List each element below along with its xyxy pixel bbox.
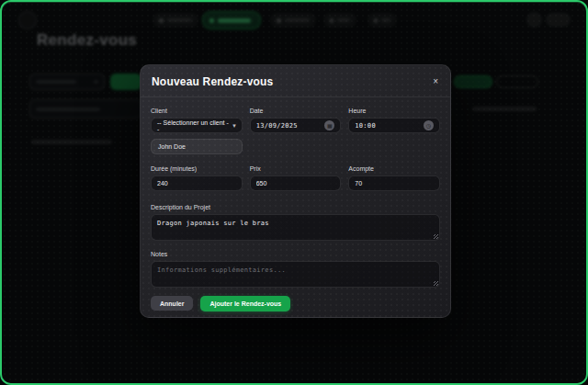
modal-footer: Annuler Ajouter le Rendez-vous	[141, 288, 450, 311]
field-duree: Durée (minutes)	[151, 165, 243, 191]
resize-handle[interactable]	[434, 281, 438, 286]
time-value: 10:00	[355, 122, 376, 130]
cancel-button[interactable]: Annuler	[151, 296, 193, 311]
time-input[interactable]: 10:00 ◷	[348, 118, 440, 133]
modal-header: Nouveau Rendez-vous ×	[141, 65, 450, 97]
field-description: Description du Projet Dragon japonais su…	[151, 204, 440, 241]
notes-label: Notes	[151, 251, 440, 257]
client-suggestion-label: John Doe	[158, 143, 186, 150]
submit-appointment-button[interactable]: Ajouter le Rendez-vous	[200, 296, 290, 311]
field-date: Date 13/09/2025 ▦	[250, 108, 342, 154]
client-select[interactable]: -- Sélectionner un client -- ▾	[151, 118, 243, 133]
notes-textarea[interactable]	[151, 261, 440, 288]
app-window: Rendez-vous Nouveau Rendez-vous × Client	[0, 0, 588, 385]
description-label: Description du Projet	[151, 204, 440, 210]
client-select-value: -- Sélectionner un client --	[157, 119, 229, 132]
clock-icon[interactable]: ◷	[424, 120, 434, 130]
date-label: Date	[250, 108, 342, 114]
price-input[interactable]	[250, 176, 342, 191]
field-prix: Prix	[250, 165, 342, 191]
description-textarea[interactable]: Dragon japonais sur le bras	[151, 214, 440, 241]
client-suggestion-item[interactable]: John Doe	[151, 139, 243, 154]
date-input[interactable]: 13/09/2025 ▦	[250, 118, 342, 133]
chevron-down-icon: ▾	[232, 122, 236, 130]
new-appointment-modal: Nouveau Rendez-vous × Client -- Sélectio…	[140, 64, 451, 318]
date-value: 13/09/2025	[256, 122, 298, 130]
prix-label: Prix	[250, 165, 342, 172]
field-notes: Notes	[151, 251, 440, 288]
close-icon[interactable]: ×	[433, 77, 438, 86]
modal-title: Nouveau Rendez-vous	[152, 75, 274, 88]
field-acompte: Acompte	[348, 165, 440, 191]
duration-input[interactable]	[151, 176, 243, 191]
modal-body: Client -- Sélectionner un client -- ▾ Jo…	[141, 97, 450, 288]
client-label: Client	[151, 108, 243, 114]
resize-handle[interactable]	[434, 234, 438, 239]
calendar-icon[interactable]: ▦	[324, 120, 334, 130]
field-heure: Heure 10:00 ◷	[348, 108, 440, 154]
deposit-input[interactable]	[348, 176, 440, 191]
acompte-label: Acompte	[348, 165, 440, 172]
field-client: Client -- Sélectionner un client -- ▾ Jo…	[151, 108, 243, 154]
heure-label: Heure	[348, 108, 440, 114]
duree-label: Durée (minutes)	[151, 165, 243, 172]
